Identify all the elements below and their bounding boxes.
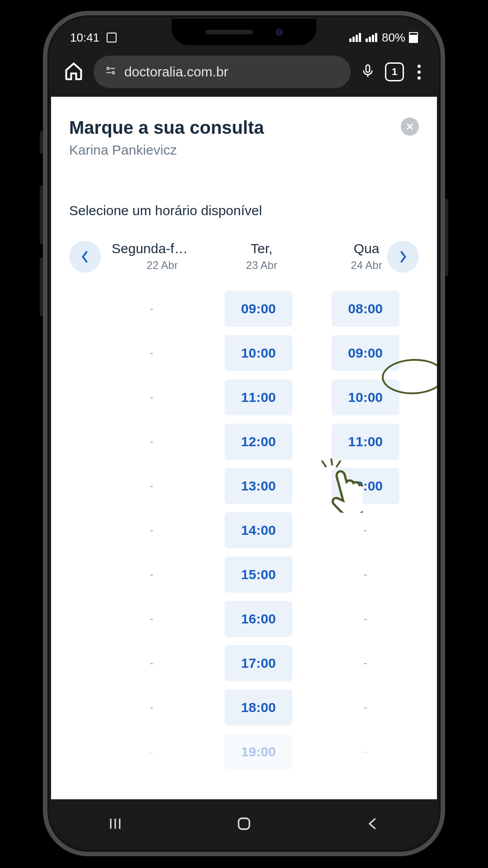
day-date: 23 Abr (246, 259, 277, 272)
screenshot-icon (107, 33, 117, 42)
slot-cell: - (332, 512, 399, 548)
phone-notch (172, 19, 316, 45)
url-text: doctoralia.com.br (124, 64, 228, 80)
time-slot-button[interactable]: 18:00 (225, 689, 292, 726)
section-label: Selecione um horário disponível (69, 203, 419, 218)
doctor-name: Karina Pankievicz (69, 142, 264, 158)
calendar-header: Segunda-f… 22 Abr Ter, 23 Abr Qua 24 Abr (69, 241, 419, 273)
slot-unavailable: - (150, 613, 153, 625)
day-name: Ter, (251, 241, 272, 256)
slot-row: -09:0008:00 (98, 291, 419, 327)
slot-cell: - (117, 512, 185, 548)
slot-cell: - (117, 689, 185, 726)
slot-cell: - (117, 734, 185, 770)
slot-unavailable: - (150, 303, 153, 315)
slot-cell: 10:00 (332, 379, 399, 415)
time-slot-button[interactable]: 10:00 (332, 379, 399, 415)
slot-cell: 16:00 (225, 601, 292, 637)
slot-cell: - (117, 601, 185, 637)
day-name: Segunda-f… (112, 241, 188, 256)
slot-cell: 17:00 (225, 645, 292, 681)
slot-unavailable: - (150, 480, 153, 492)
slot-cell: - (117, 468, 185, 504)
slot-cell: - (117, 557, 185, 593)
slot-cell: - (117, 291, 185, 327)
day-column-1: Segunda-f… 22 Abr (112, 241, 202, 272)
phone-power-button (445, 199, 448, 276)
time-slot-button[interactable]: 12:00 (225, 424, 292, 460)
time-slot-button[interactable]: 17:00 (225, 645, 292, 681)
slot-cell: - (332, 734, 399, 770)
mic-icon[interactable] (361, 61, 375, 82)
slot-row: -11:0010:00 (98, 379, 419, 415)
next-days-button[interactable] (387, 241, 419, 273)
slot-unavailable: - (364, 657, 367, 669)
time-slot-button[interactable]: 11:00 (225, 379, 292, 415)
slot-row: -13:0012:00 (98, 468, 419, 504)
status-time: 10:41 (70, 31, 99, 45)
slot-cell: 11:00 (332, 424, 399, 460)
slot-unavailable: - (150, 702, 153, 713)
tab-switcher[interactable]: 1 (385, 62, 404, 81)
day-name: Qua (354, 241, 380, 256)
slot-unavailable: - (150, 524, 153, 536)
slot-row: -15:00- (98, 557, 419, 593)
slot-unavailable: - (150, 657, 153, 669)
slot-row: -16:00- (98, 601, 419, 637)
kebab-menu-icon[interactable] (414, 61, 424, 83)
time-slot-button[interactable]: 09:00 (225, 291, 292, 327)
slot-cell: 12:00 (225, 424, 292, 460)
svg-point-0 (107, 67, 109, 70)
slot-row-peek: -19:00- (98, 734, 419, 770)
slot-unavailable: - (150, 569, 153, 580)
slot-row: -10:0009:00 (98, 335, 419, 371)
recents-button[interactable] (108, 816, 123, 831)
time-slot-button[interactable]: 12:00 (332, 468, 399, 504)
time-slot-button[interactable]: 16:00 (225, 601, 292, 637)
battery-percent: 80% (382, 31, 405, 45)
android-nav-bar (51, 799, 437, 848)
slot-cell: 13:00 (225, 468, 292, 504)
time-slot-button[interactable]: 14:00 (225, 512, 292, 548)
time-slot-button[interactable]: 13:00 (225, 468, 292, 504)
time-slot-button[interactable]: 08:00 (332, 291, 399, 327)
time-slot-button[interactable]: 19:00 (225, 734, 292, 770)
slot-cell: 09:00 (332, 335, 399, 371)
signal-icon (349, 33, 361, 42)
phone-frame: 10:41 80% doctoralia.com.br (43, 11, 445, 856)
slot-cell: 08:00 (332, 291, 399, 327)
slot-cell: - (117, 335, 185, 371)
slot-cell: 10:00 (225, 335, 292, 371)
slot-cell: 12:00 (332, 468, 399, 504)
slot-cell: 18:00 (225, 689, 292, 726)
time-slot-button[interactable]: 11:00 (332, 424, 399, 460)
home-icon[interactable] (64, 61, 84, 83)
svg-point-2 (113, 71, 115, 74)
close-button[interactable] (401, 118, 419, 136)
back-button[interactable] (365, 816, 380, 831)
prev-days-button[interactable] (69, 241, 101, 273)
site-settings-icon (104, 64, 117, 80)
slot-row: -14:00- (98, 512, 419, 548)
time-slot-button[interactable]: 10:00 (225, 335, 292, 371)
day-date: 22 Abr (146, 259, 178, 272)
page-title: Marque a sua consulta (69, 118, 264, 138)
slot-cell: - (332, 689, 399, 726)
day-date: 24 Abr (351, 259, 382, 272)
slot-cell: 15:00 (225, 557, 292, 593)
day-column-2: Ter, 23 Abr (216, 241, 307, 272)
time-slot-button[interactable]: 15:00 (225, 557, 292, 593)
slot-cell: - (332, 601, 399, 637)
page-content: Marque a sua consulta Karina Pankievicz … (51, 97, 437, 799)
speaker-grille (206, 30, 253, 34)
slot-unavailable: - (150, 436, 153, 448)
slot-cell: - (332, 645, 399, 681)
home-button[interactable] (236, 816, 252, 832)
slot-cell: - (332, 557, 399, 593)
slot-unavailable: - (364, 746, 367, 758)
time-slot-button[interactable]: 09:00 (332, 335, 399, 371)
url-bar[interactable]: doctoralia.com.br (94, 56, 351, 88)
slot-unavailable: - (364, 702, 367, 713)
time-slot-grid: -09:0008:00-10:0009:00-11:0010:00-12:001… (69, 291, 419, 770)
slot-unavailable: - (150, 347, 153, 359)
